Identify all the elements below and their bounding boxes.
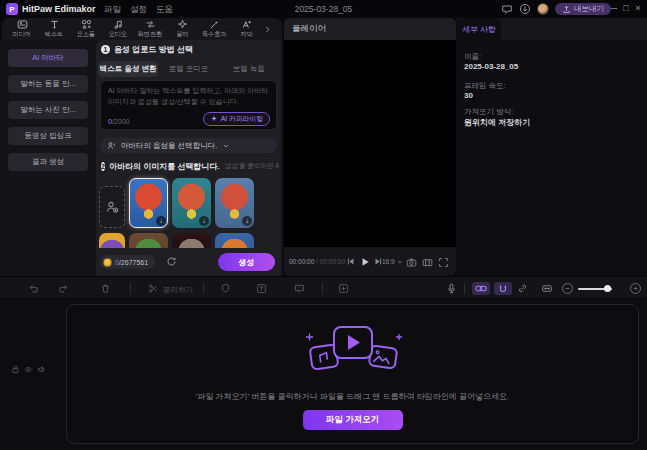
avatar-download-icon[interactable]: ↓ [156, 216, 166, 226]
delete-icon[interactable] [100, 283, 111, 294]
ai-avatar-panel: 1 음성 업로드 방법 선택 텍스트 음성 변환 로컬 오디오 보컬 녹음 AI… [96, 40, 281, 276]
maximize-button[interactable]: □ [620, 3, 632, 13]
ai-copywriting-button[interactable]: AI 카피라이팅 [203, 112, 270, 126]
toolbar-divider [322, 283, 323, 294]
generate-button[interactable]: 생성 [218, 253, 275, 271]
ribbon-tab-transition[interactable]: 화면전환 [134, 19, 166, 39]
minimize-button[interactable]: ─ [608, 3, 620, 13]
ribbon-tab-filter[interactable]: 필터 [166, 19, 198, 39]
drop-hint-text: '파일 가져오기' 버튼을 클릭하거나 파일을 드래그 앤 드롭하여 타임라인에… [196, 391, 509, 402]
close-button[interactable]: × [632, 3, 644, 13]
transition-icon [145, 19, 156, 30]
sidebar-item-ai-avatar[interactable]: AI 아바타 [8, 49, 88, 67]
step2-header: 2 아바타의 이미지를 선택합니다. '생성'을 클릭하면 AI가 립싱크한 비 [101, 161, 279, 172]
sidebar-item-video-lipsync[interactable]: 동영상 립싱크 [8, 127, 88, 145]
zoom-out-button[interactable]: − [562, 283, 573, 294]
track-mute-icon[interactable] [37, 365, 46, 374]
ribbon-tab-label: 자막 [240, 30, 252, 39]
ribbon-tab-text[interactable]: 텍스트 [38, 19, 70, 39]
export-button[interactable]: 내보내기 [555, 3, 611, 15]
ribbon-tabs: 미디어 텍스트 요소들 오디오 화면전환 필터 특수효과 자막 [2, 18, 282, 40]
chain-icon[interactable] [517, 283, 528, 294]
step2-title: 아바타의 이미지를 선택합니다. [109, 161, 220, 172]
aspect-ratio-value: 16:9 [382, 258, 395, 265]
details-header: 세부 사항 [457, 18, 647, 40]
export-icon [562, 5, 571, 14]
undo-icon[interactable] [28, 283, 39, 294]
voice-select-dropdown[interactable]: 아바타의 음성을 선택합니다. [100, 138, 277, 153]
subtitle-icon [241, 19, 252, 30]
magnet-toggle[interactable] [494, 282, 512, 295]
app-window: P HitPaw Edimakor 파일 설정 도움 2025-03-28_05… [0, 0, 647, 450]
detail-label-framerate: 프레임 속도: [464, 81, 506, 91]
step2-hint: '생성'을 클릭하면 AI가 립싱크한 비 [224, 162, 279, 171]
detail-value-name: 2025-03-28_05 [464, 62, 518, 71]
add-clip-icon[interactable] [338, 283, 349, 294]
credits-pill: 0/2677561 [100, 255, 155, 269]
chevron-down-icon [222, 142, 230, 150]
zoom-in-button[interactable]: + [630, 283, 641, 294]
sidebar-item-talking-photo[interactable]: 말하는 사진 만... [8, 101, 88, 119]
user-avatar[interactable] [537, 3, 549, 15]
export-label: 내보내기 [574, 4, 604, 14]
detail-label-name: 이름: [464, 52, 481, 62]
tab-vocal-record[interactable]: 보컬 녹음 [219, 61, 279, 77]
download-center-icon[interactable] [518, 2, 532, 16]
subtitle-bubble-icon[interactable] [294, 283, 305, 294]
ribbon-tab-elements[interactable]: 요소들 [70, 19, 102, 39]
video-preview[interactable] [284, 40, 456, 247]
timeline-dropzone[interactable]: '파일 가져오기' 버튼을 클릭하거나 파일을 드래그 앤 드롭하여 타임라인에… [66, 304, 639, 444]
zoom-slider-handle[interactable] [604, 285, 611, 292]
snapshot-icon[interactable] [406, 257, 417, 268]
ribbon-tab-effects[interactable]: 특수효과 [198, 19, 230, 39]
avatar-option-clown-red-hair-teal-bg[interactable]: ↓ [172, 178, 211, 228]
import-file-button[interactable]: 파일 가져오기 [303, 410, 403, 430]
step1-number: 1 [101, 45, 110, 54]
avatar-download-icon[interactable]: ↓ [199, 216, 209, 226]
mic-icon[interactable] [446, 283, 457, 294]
toolbar-divider [464, 283, 465, 294]
track-lock-icon[interactable] [11, 365, 20, 374]
tab-local-audio[interactable]: 로컬 오디오 [158, 61, 218, 77]
tab-text-to-speech[interactable]: 텍스트 음성 변환 [98, 61, 158, 77]
step1-title: 음성 업로드 방법 선택 [114, 44, 193, 55]
ribbon-tab-label: 미디어 [13, 30, 32, 39]
feedback-icon[interactable] [500, 2, 514, 16]
split-label[interactable]: 분리하기 [163, 285, 193, 295]
fullscreen-icon[interactable] [438, 257, 449, 268]
redo-icon[interactable] [58, 283, 69, 294]
proportion-icon[interactable] [422, 257, 433, 268]
sidebar-item-talking-animal[interactable]: 말하는 동물 만... [8, 75, 88, 93]
avatar-option-clown-girl-pom-hair[interactable]: ↓ [215, 178, 254, 228]
ribbon-tab-media[interactable]: 미디어 [6, 19, 38, 39]
sidebar-item-result[interactable]: 결과 생성 [8, 153, 88, 171]
toolbar-divider [203, 283, 204, 294]
split-icon[interactable] [148, 283, 159, 294]
tab-details[interactable]: 세부 사항 [457, 18, 501, 40]
detail-value-import-mode: 원위치에 저장하기 [464, 117, 530, 128]
voice-icon [107, 141, 116, 150]
edit-toolbar: 분리하기 − + [0, 276, 647, 299]
ai-copywriting-label: AI 카피라이팅 [221, 114, 263, 124]
avatar-download-icon[interactable]: ↓ [242, 216, 252, 226]
fit-timeline-icon[interactable] [541, 283, 553, 294]
avatar-option-clown-red-hair-blue-bg[interactable]: ↓ [129, 178, 168, 228]
script-text-input[interactable]: AI 아바타 말하는 텍스트를 입력하고, 아래의 아바타 이미지와 음성을 생… [100, 80, 277, 130]
ribbon-expand-chevron-icon[interactable] [262, 25, 272, 34]
detail-label-import-mode: 가져오기 방식: [464, 107, 513, 117]
ribbon-tab-audio[interactable]: 오디오 [102, 19, 134, 39]
track-eye-icon[interactable] [24, 365, 33, 374]
aspect-ratio-select[interactable]: 16:9 [382, 258, 403, 265]
refresh-icon[interactable] [166, 256, 177, 267]
upload-avatar-button[interactable] [99, 186, 125, 228]
prev-frame-icon[interactable] [346, 257, 355, 266]
play-icon[interactable] [360, 257, 370, 267]
elements-icon [81, 19, 92, 30]
upload-method-tabs: 텍스트 음성 변환 로컬 오디오 보컬 녹음 [98, 61, 279, 77]
text-box-icon[interactable] [256, 283, 267, 294]
shield-icon[interactable] [220, 283, 231, 294]
toolbar-divider [130, 283, 131, 294]
link-toggle[interactable] [472, 282, 490, 295]
effects-icon [209, 19, 220, 30]
ribbon-tab-subtitle[interactable]: 자막 [230, 19, 262, 39]
